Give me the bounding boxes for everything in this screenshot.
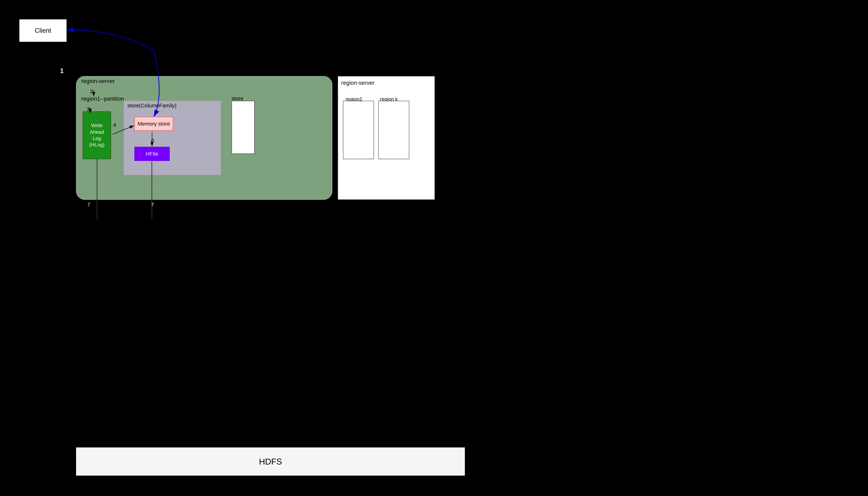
hfile-label: HFIle <box>146 151 158 157</box>
memory-store-box: Memory store <box>135 117 173 131</box>
regionk-box <box>378 101 409 159</box>
region2-box <box>343 101 374 159</box>
hdfs-bar: HDFS <box>76 447 465 476</box>
region-server-2-label: region-server <box>341 80 375 86</box>
step-6-label: 6 <box>151 138 154 143</box>
vline-right <box>152 161 152 220</box>
step-4-label: 4 <box>113 122 116 128</box>
store-cf-box <box>124 101 221 175</box>
store-standalone-label: store <box>232 95 243 102</box>
wal-label: WriteAheadLog(HLog) <box>89 122 105 148</box>
memory-store-label: Memory store <box>138 121 170 127</box>
client-box: Client <box>19 19 67 42</box>
hdfs-label: HDFS <box>259 457 282 466</box>
step-1-label: 1 <box>60 67 64 75</box>
step-5-feedback-label: 5. 数据写入成功的反馈 <box>111 48 169 56</box>
step-2-label: 2 <box>90 89 93 94</box>
wal-box: WriteAheadLog(HLog) <box>83 111 111 159</box>
step-3-label: 3 <box>86 106 90 112</box>
store-cf-label: store(ColumnFamily) <box>127 103 176 109</box>
hfile-box: HFIle <box>135 147 170 161</box>
arrows-overlay <box>0 0 868 496</box>
region-server-1-label: region-server <box>81 78 115 84</box>
region1-partition-label: region1--partition <box>81 95 124 102</box>
step-7-left-label: 7 <box>87 202 90 207</box>
store-standalone-box <box>232 101 255 154</box>
step-7-right-label: 7 <box>151 202 154 207</box>
vline-left <box>97 159 97 219</box>
client-label: Client <box>35 27 51 34</box>
